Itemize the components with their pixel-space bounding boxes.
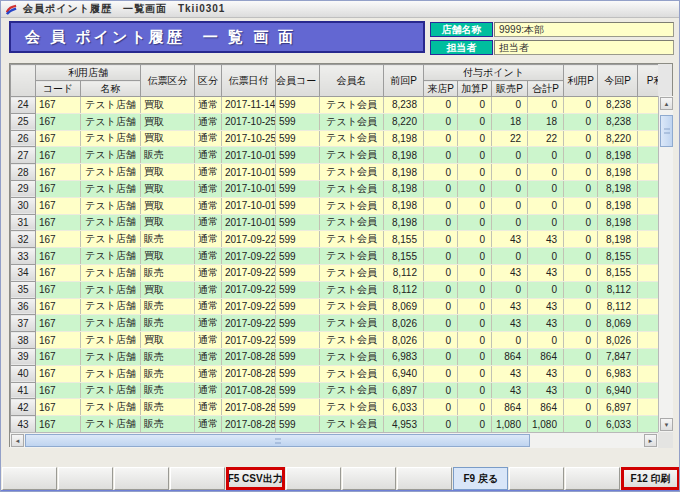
row-number-button[interactable]: 24 (11, 97, 36, 114)
function-key-button[interactable] (286, 467, 341, 490)
table-row[interactable]: 29167テスト店舗買取通常2017-10-01599テスト会員8,198000… (11, 180, 659, 197)
table-row[interactable]: 36167テスト店舗販売通常2017-09-22599テスト会員8,069004… (11, 298, 659, 315)
cell-hanbai-p: 43 (492, 365, 528, 382)
cell-member-code: 599 (276, 180, 320, 197)
function-key-bar: F5 CSV出力F9 戻るF12 印刷 (1, 467, 680, 490)
cell-raiten-p: 0 (424, 97, 458, 114)
row-number-button[interactable]: 43 (11, 416, 36, 432)
row-number-button[interactable]: 42 (11, 399, 36, 416)
table-row[interactable]: 41167テスト店舗販売通常2017-08-28599テスト会員6,897004… (11, 382, 659, 399)
horizontal-scrollbar[interactable]: ◄ ► (10, 432, 658, 448)
function-key-button[interactable] (509, 467, 564, 490)
table-row[interactable]: 25167テスト店舗買取通常2017-10-25599テスト会員8,220001… (11, 113, 659, 130)
store-name-field[interactable]: 9999:本部 (494, 22, 674, 37)
cell-member-name: テスト会員 (320, 130, 384, 147)
row-number-button[interactable]: 34 (11, 264, 36, 281)
table-row[interactable]: 30167テスト店舗買取通常2017-10-01599テスト会員8,198000… (11, 197, 659, 214)
function-key-button[interactable] (397, 467, 452, 490)
table-row[interactable]: 33167テスト店舗買取通常2017-09-22599テスト会員8,155000… (11, 248, 659, 265)
table-row[interactable]: 40167テスト店舗販売通常2017-08-28599テスト会員6,940004… (11, 365, 659, 382)
cell-p-riyou: 0 (638, 332, 659, 349)
col-header-code: コード (36, 81, 81, 97)
table-row[interactable]: 26167テスト店舗買取通常2017-10-25599テスト会員8,198002… (11, 130, 659, 147)
function-key-button[interactable] (170, 467, 225, 490)
row-number-button[interactable]: 40 (11, 365, 36, 382)
cell-raiten-p: 0 (424, 248, 458, 265)
cell-store-name: テスト店舗 (81, 298, 141, 315)
table-row[interactable]: 38167テスト店舗買取通常2017-09-22599テスト会員8,026000… (11, 332, 659, 349)
cell-denpyo-kubun: 買取 (141, 248, 195, 265)
function-key-button[interactable] (114, 467, 169, 490)
cell-kubun: 通常 (195, 281, 222, 298)
row-number-button[interactable]: 41 (11, 382, 36, 399)
scroll-left-icon[interactable]: ◄ (11, 434, 24, 447)
cell-member-name: テスト会員 (320, 332, 384, 349)
table-row[interactable]: 35167テスト店舗買取通常2017-09-22599テスト会員8,112000… (11, 281, 659, 298)
table-row[interactable]: 31167テスト店舗買取通常2017-10-01599テスト会員8,198000… (11, 214, 659, 231)
table-row[interactable]: 39167テスト店舗販売通常2017-08-28599テスト会員6,983008… (11, 348, 659, 365)
f5-csv-button[interactable]: F5 CSV出力 (226, 467, 285, 490)
function-key-button[interactable] (342, 467, 397, 490)
cell-riyou-p: 0 (564, 164, 598, 181)
row-number-button[interactable]: 25 (11, 113, 36, 130)
cell-goukei-p: 0 (528, 180, 564, 197)
cell-zenkai-p: 8,220 (384, 113, 424, 130)
cell-riyou-p: 0 (564, 399, 598, 416)
scroll-up-icon[interactable]: ▲ (660, 97, 673, 110)
cell-riyou-p: 0 (564, 348, 598, 365)
horizontal-scroll-thumb[interactable] (25, 434, 530, 447)
cell-kubun: 通常 (195, 315, 222, 332)
table-row[interactable]: 24167テスト店舗買取通常2017-11-14599テスト会員8,238000… (11, 97, 659, 114)
cell-goukei-p: 864 (528, 399, 564, 416)
cell-hanbai-p: 864 (492, 348, 528, 365)
row-number-button[interactable]: 28 (11, 164, 36, 181)
cell-p-riyou: 0 (638, 382, 659, 399)
vertical-scrollbar[interactable]: ▲ ▼ (658, 96, 673, 432)
f9-back-button[interactable]: F9 戻る (453, 467, 508, 490)
table-row[interactable]: 42167テスト店舗販売通常2017-08-28599テスト会員6,033008… (11, 399, 659, 416)
cell-raiten-p: 0 (424, 348, 458, 365)
cell-zenkai-p: 8,198 (384, 130, 424, 147)
row-number-button[interactable]: 29 (11, 180, 36, 197)
row-number-button[interactable]: 37 (11, 315, 36, 332)
table-row[interactable]: 37167テスト店舗販売通常2017-09-22599テスト会員8,026004… (11, 315, 659, 332)
function-key-button[interactable] (565, 467, 620, 490)
cell-member-name: テスト会員 (320, 399, 384, 416)
scroll-down-icon[interactable]: ▼ (660, 418, 673, 431)
row-number-button[interactable]: 26 (11, 130, 36, 147)
cell-store-code: 167 (36, 315, 81, 332)
row-number-button[interactable]: 35 (11, 281, 36, 298)
staff-label: 担当者 (430, 40, 493, 55)
cell-raiten-p: 0 (424, 231, 458, 248)
cell-kasan-p: 0 (458, 365, 492, 382)
screen-title: 会 員 ポイント履歴 一 覧 画 面 (25, 28, 296, 47)
col-header-goukei-p: 合計P (528, 81, 564, 97)
row-number-button[interactable]: 32 (11, 231, 36, 248)
function-key-button[interactable] (2, 467, 57, 490)
store-name-label: 店舗名称 (430, 22, 493, 37)
table-row[interactable]: 32167テスト店舗販売通常2017-09-22599テスト会員8,155004… (11, 231, 659, 248)
row-number-button[interactable]: 39 (11, 348, 36, 365)
cell-store-name: テスト店舗 (81, 214, 141, 231)
row-number-button[interactable]: 31 (11, 214, 36, 231)
scroll-right-icon[interactable]: ► (644, 434, 657, 447)
row-number-button[interactable]: 30 (11, 197, 36, 214)
vertical-scroll-thumb[interactable] (660, 115, 673, 147)
row-number-button[interactable]: 33 (11, 248, 36, 265)
cell-denpyo-kubun: 販売 (141, 382, 195, 399)
function-key-button[interactable] (58, 467, 113, 490)
staff-field[interactable]: 担当者 (494, 40, 674, 55)
row-number-button[interactable]: 36 (11, 298, 36, 315)
table-row[interactable]: 28167テスト店舗買取通常2017-10-01599テスト会員8,198000… (11, 164, 659, 181)
cell-store-name: テスト店舗 (81, 164, 141, 181)
cell-denpyo-kubun: 販売 (141, 365, 195, 382)
f12-print-button[interactable]: F12 印刷 (621, 467, 680, 490)
row-number-button[interactable]: 27 (11, 147, 36, 164)
cell-store-code: 167 (36, 248, 81, 265)
row-number-button[interactable]: 38 (11, 332, 36, 349)
table-row[interactable]: 43167テスト店舗販売通常2017-08-28599テスト会員4,953001… (11, 416, 659, 432)
cell-kubun: 通常 (195, 298, 222, 315)
table-row[interactable]: 27167テスト店舗販売通常2017-10-01599テスト会員8,198000… (11, 147, 659, 164)
table-row[interactable]: 34167テスト店舗販売通常2017-09-22599テスト会員8,112004… (11, 264, 659, 281)
cell-denpyo-date: 2017-10-01 (222, 197, 276, 214)
